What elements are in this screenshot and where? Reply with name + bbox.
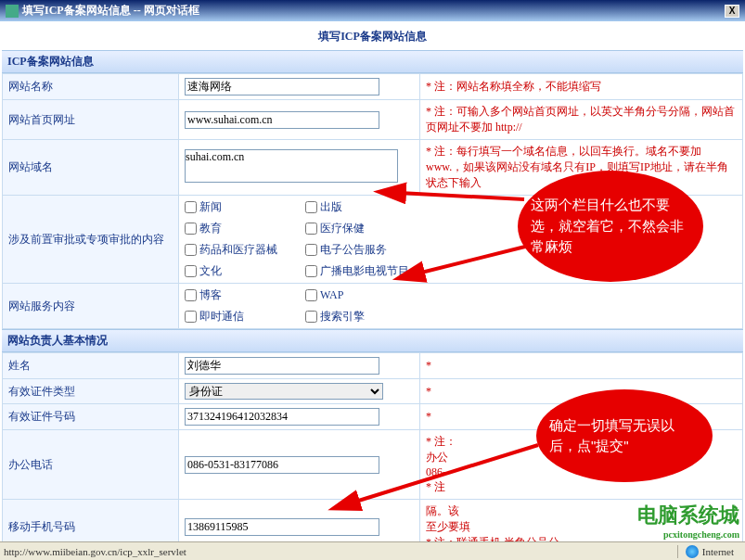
checkbox-WAP[interactable]: WAP bbox=[305, 287, 426, 303]
note-domain: * 注：每行填写一个域名信息，以回车换行。域名不要加 www.，如果该网站没有域… bbox=[420, 140, 743, 196]
app-icon bbox=[6, 5, 19, 18]
label-pre-approval: 涉及前置审批或专项审批的内容 bbox=[3, 196, 179, 284]
page-title: 填写ICP备案网站信息 bbox=[2, 23, 743, 50]
status-url: http://www.miibeian.gov.cn/icp_xxlr_serv… bbox=[4, 546, 677, 557]
checkbox-出版[interactable]: 出版 bbox=[305, 199, 426, 215]
checkbox-教育[interactable]: 教育 bbox=[185, 221, 305, 236]
pre-approval-checkboxes: 新闻出版教育医疗保健药品和医疗器械电子公告服务文化广播电影电视节目 bbox=[185, 199, 737, 279]
note-office-tel: * 注： 办公 086- * 注 bbox=[420, 430, 743, 500]
section-site-info: ICP备案网站信息 bbox=[2, 50, 743, 73]
label-owner-name: 姓名 bbox=[3, 353, 179, 379]
required-star: * bbox=[426, 410, 431, 423]
checkbox-电子公告服务[interactable]: 电子公告服务 bbox=[305, 242, 426, 258]
status-bar: http://www.miibeian.gov.cn/icp_xxlr_serv… bbox=[0, 541, 745, 560]
close-button[interactable]: X bbox=[725, 5, 739, 18]
status-zone: Internet bbox=[677, 545, 741, 558]
input-homepage[interactable] bbox=[185, 111, 379, 129]
checkbox-搜索引擎[interactable]: 搜索引擎 bbox=[305, 309, 426, 325]
input-id-no[interactable] bbox=[185, 408, 379, 426]
checkbox-药品和医疗器械[interactable]: 药品和医疗器械 bbox=[185, 242, 305, 258]
required-star: * bbox=[426, 385, 431, 398]
input-owner-name[interactable] bbox=[185, 357, 379, 375]
globe-icon bbox=[686, 545, 699, 558]
select-id-type[interactable]: 身份证 bbox=[185, 383, 383, 400]
label-id-type: 有效证件类型 bbox=[3, 379, 179, 404]
service-checkboxes: 博客WAP即时通信搜索引擎 bbox=[185, 287, 737, 325]
required-star: * bbox=[426, 359, 431, 372]
window-title: 填写ICP备案网站信息 -- 网页对话框 bbox=[22, 3, 199, 19]
window-titlebar: 填写ICP备案网站信息 -- 网页对话框 X bbox=[0, 0, 745, 21]
section-owner-info: 网站负责人基本情况 bbox=[2, 329, 743, 352]
note-homepage: * 注：可输入多个网站首页网址，以英文半角分号分隔，网站首页网址不要加 http… bbox=[420, 100, 743, 140]
checkbox-文化[interactable]: 文化 bbox=[185, 263, 305, 279]
checkbox-博客[interactable]: 博客 bbox=[185, 287, 305, 303]
checkbox-医疗保健[interactable]: 医疗保健 bbox=[305, 221, 426, 236]
input-office-tel[interactable] bbox=[185, 456, 379, 474]
label-id-no: 有效证件号码 bbox=[3, 404, 179, 430]
input-domain[interactable] bbox=[185, 149, 398, 183]
label-site-name: 网站名称 bbox=[3, 74, 179, 100]
label-service: 网站服务内容 bbox=[3, 284, 179, 329]
checkbox-广播电影电视节目[interactable]: 广播电影电视节目 bbox=[305, 263, 426, 279]
input-mobile[interactable] bbox=[185, 518, 379, 536]
checkbox-新闻[interactable]: 新闻 bbox=[185, 199, 305, 215]
label-office-tel: 办公电话 bbox=[3, 430, 179, 500]
label-homepage: 网站首页网址 bbox=[3, 100, 179, 140]
note-site-name: * 注：网站名称填全称，不能填缩写 bbox=[420, 74, 743, 100]
input-site-name[interactable] bbox=[185, 78, 379, 95]
checkbox-即时通信[interactable]: 即时通信 bbox=[185, 309, 305, 325]
label-domain: 网站域名 bbox=[3, 140, 179, 196]
watermark: 电脑系统城 pcxitongcheng.com bbox=[637, 502, 739, 540]
